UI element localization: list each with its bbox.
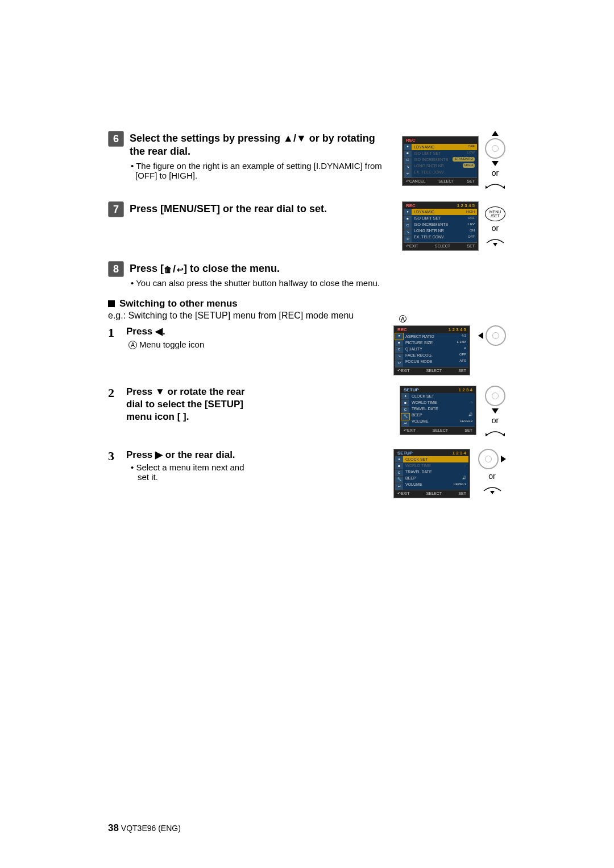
s8ta: Press [ <box>130 263 164 274</box>
substep-3-n: 3 <box>108 449 118 464</box>
annotation-a-icon: A <box>128 341 137 349</box>
switching-eg: e.g.: Switching to the [SETUP] menu from… <box>108 311 506 321</box>
ls1r3l: FACE RECOG. <box>405 353 433 358</box>
step-6-title-a: Select the settings by pressing <box>130 133 283 144</box>
ls3fr: SET <box>458 491 466 496</box>
ls3r0l: CLOCK SET <box>405 457 428 462</box>
ls1r0v: 4:3 <box>462 334 466 338</box>
ms-bot: /SET <box>491 214 500 218</box>
lcd-substep3: SETUP1 2 3 4 ●■C🔧↩ CLOCK SET WORLD TIME⌂… <box>393 449 470 498</box>
l7r0l: I.DYNAMIC <box>414 209 434 214</box>
ls2fl: EXIT <box>407 428 416 432</box>
ls3p: 1 2 3 4 <box>453 450 466 456</box>
ls2r3l: BEEP <box>412 412 422 418</box>
triangle-right-icon-s3 <box>501 456 506 462</box>
l7r4l: EX. TELE CONV. <box>414 234 445 239</box>
control-right-dpad-s3: or <box>478 449 506 494</box>
step-6-note: The figure on the right is an example of… <box>130 161 387 180</box>
ls1r4v: AFS <box>459 359 466 363</box>
or-label-s3: or <box>488 472 495 481</box>
step-6-title: Select the settings by pressing ▲/▼ or b… <box>130 132 387 159</box>
step-8-title: Press [🗑/↩] to close the menu. <box>130 262 506 276</box>
ls3fm: SELECT <box>426 491 442 496</box>
triangle-down-icon-s2 <box>492 408 499 414</box>
doc-code: VQT3E96 (ENG) <box>121 824 181 833</box>
ls1p: 1 2 3 4 5 <box>449 327 466 333</box>
ls2r1l: WORLD TIME <box>412 400 437 405</box>
ls3fl: EXIT <box>401 491 410 495</box>
lcd-step6: REC ●■C↘↩ I.DYNAMICOFF ISO LIMIT SETLOW … <box>402 136 479 185</box>
or-label-s2: or <box>492 416 499 425</box>
menu-set-button-icon: MENU/SET <box>485 206 505 221</box>
l7fm: SELECT <box>435 243 450 249</box>
l7r2v: 1 EV <box>467 222 475 227</box>
ls2h: SETUP <box>404 387 419 393</box>
ls2r4l: VOLUME <box>412 419 429 424</box>
annotation-a-marker: A <box>399 315 406 323</box>
substep-3: 3 Press ▶ or the rear dial. Select a men… <box>108 449 506 498</box>
ls3r3l: BEEP <box>405 476 416 481</box>
or-label-6: or <box>492 168 499 177</box>
substep-1: 1 Press ◀. AMenu toggle icon A REC1 2 3 … <box>108 325 506 375</box>
ls3r4v: LEVEL3 <box>454 482 466 487</box>
l7p: 1 2 3 4 5 <box>457 203 475 209</box>
control-left-dpad <box>478 325 506 346</box>
lcd6-header: REC <box>406 138 416 143</box>
l6r3v: HIGH <box>463 163 475 168</box>
l7fr: SET <box>467 243 475 249</box>
substep-2-n: 2 <box>108 386 118 400</box>
ls2p: 1 2 3 4 <box>459 387 472 393</box>
switching-heading: Switching to other menus <box>119 298 238 309</box>
ls3r1l: WORLD TIME <box>405 463 431 468</box>
dpad-icon-s1 <box>486 325 506 346</box>
step-badge-6: 6 <box>108 131 124 147</box>
control-menuset: MENU/SET or <box>484 206 506 246</box>
l6r0l: I.DYNAMIC <box>414 144 434 150</box>
or-label-7: or <box>492 224 499 233</box>
dpad-icon-s2 <box>485 386 505 406</box>
ls2r0l: CLOCK SET <box>412 394 434 399</box>
l6r0v: OFF <box>468 144 475 149</box>
s1t: Press <box>126 326 155 337</box>
l6r1v: LOW <box>467 151 475 155</box>
ls1r0l: ASPECT RATIO <box>405 334 434 339</box>
square-bullet-icon <box>108 300 115 307</box>
triangle-up-icon <box>492 131 499 136</box>
substep-2: 2 Press ▼ or rotate the rear dial to sel… <box>108 386 506 439</box>
triangle-down-icon <box>492 161 499 166</box>
ls3r4l: VOLUME <box>405 482 422 487</box>
rear-dial-icon-s3 <box>482 483 503 494</box>
ls1h: REC <box>397 327 407 333</box>
l6r2l: ISO INCREMENTS <box>414 157 448 162</box>
ls2r1v: ⌂ <box>470 400 472 405</box>
s1sub: Menu toggle icon <box>139 340 204 349</box>
ls2fm: SELECT <box>433 428 448 433</box>
ls1r2l: QUALITY <box>405 346 422 352</box>
ls1r1l: PICTURE SIZE <box>405 340 433 345</box>
substep-1-n: 1 <box>108 325 118 340</box>
s1t2: . <box>163 326 165 337</box>
ls1fl: EXIT <box>401 369 410 373</box>
rear-dial-icon-s2 <box>484 427 506 439</box>
lcd-substep1: REC1 2 3 4 5 ●■C↘↩ ASPECT RATIO4:3 PICTU… <box>393 325 470 375</box>
switching-heading-row: Switching to other menus <box>108 298 506 309</box>
dpad-icon-s3 <box>478 449 499 469</box>
page-footer: 38 VQT3E96 (ENG) <box>108 822 181 834</box>
s8tb: ] to close the menu. <box>184 263 280 274</box>
page-number: 38 <box>108 822 119 833</box>
l7r1v: OFF <box>468 216 475 221</box>
ls2r3v: 🔊 <box>468 413 472 418</box>
lcd-step7: REC1 2 3 4 5 ●■C↘↩ I.DYNAMICHIGH ISO LIM… <box>402 201 479 251</box>
ls1r2v: A <box>464 346 466 351</box>
rear-dial-icon <box>484 180 506 191</box>
ls1r3v: OFF <box>459 353 466 357</box>
ls1r4l: FOCUS MODE <box>405 359 432 364</box>
substep-2-title: Press ▼ or rotate the rear dial to selec… <box>126 386 255 423</box>
ls2r4v: LEVEL3 <box>460 419 472 424</box>
l7r0v: HIGH <box>466 210 475 214</box>
l7r3v: ON <box>470 229 475 233</box>
step-badge-7: 7 <box>108 201 124 217</box>
substep-1-sub: AMenu toggle icon <box>126 340 252 350</box>
l6r2v: STANDARD <box>453 157 475 162</box>
l7r4v: OFF <box>468 235 475 239</box>
